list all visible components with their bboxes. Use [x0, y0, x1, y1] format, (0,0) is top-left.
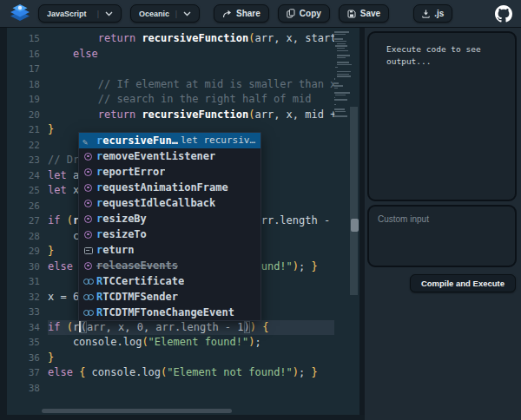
autocomplete-item-RTCDTMFToneChangeEvent[interactable]: RTCDTMFToneChangeEvent [79, 305, 260, 320]
line-number: 27 [7, 213, 40, 229]
minimap-line-mark [334, 82, 339, 84]
code-token: else [48, 366, 73, 378]
code-token: "Element found!" [148, 336, 249, 348]
autocomplete-item-return[interactable]: return [79, 242, 260, 258]
line-number: 38 [7, 381, 40, 397]
ide-window: JavaScript (Node.js 12.14… | Oceanic Nex… [0, 0, 521, 420]
app-logo-icon[interactable] [9, 3, 31, 24]
code-line-34[interactable]: 34if (r(arr, x, 0, arr.length - 1)) { [7, 320, 334, 336]
vertical-scrollbar[interactable] [350, 107, 358, 295]
minimap-line-mark [337, 43, 346, 45]
code-line-16[interactable]: 16 else [7, 47, 334, 62]
code-token: { [262, 321, 268, 333]
autocomplete-item-removeEventListener[interactable]: removeEventListener [79, 148, 260, 164]
code-token: ) [244, 321, 250, 333]
theme-select[interactable]: Oceanic Next | [130, 4, 200, 23]
autocomplete-dropdown: recursiveFun…let recursiv…removeEventLis… [78, 132, 261, 321]
code-token: ; [299, 260, 311, 272]
code-token: } [48, 123, 54, 135]
method-icon [82, 167, 94, 178]
minimap-line-mark [337, 64, 353, 66]
minimap-line-mark [337, 55, 350, 56]
autocomplete-item-resizeTo[interactable]: resizeTo [79, 226, 260, 242]
code-line-36[interactable]: 36} [7, 351, 334, 366]
method-icon [82, 229, 94, 240]
code-token [48, 93, 98, 105]
code-token [60, 321, 66, 333]
line-number: 33 [7, 305, 40, 320]
share-button[interactable]: Share [214, 4, 269, 23]
code-line-19[interactable]: 19 // search in the right half of mid [7, 92, 334, 108]
divider: | [97, 10, 99, 18]
line-number: 17 [7, 62, 40, 77]
panel-resize-handle[interactable] [351, 219, 359, 232]
language-select[interactable]: JavaScript (Node.js 12.14… | [38, 4, 122, 23]
minimap-line-mark [334, 99, 347, 101]
code-token: ( [67, 214, 73, 226]
autocomplete-item-recursiveFun[interactable]: recursiveFun…let recursiv… [79, 133, 260, 148]
autocomplete-item-releaseEvents[interactable]: releaseEvents [79, 258, 260, 273]
line-number: 29 [7, 244, 40, 259]
github-icon[interactable] [495, 5, 512, 23]
autocomplete-item-resizeBy[interactable]: resizeBy [79, 211, 260, 226]
code-token: let [48, 184, 67, 196]
minimap-line-mark [334, 38, 343, 40]
code-token: arr, x, mid + [254, 108, 334, 121]
autocomplete-item-requestAnimationFrame[interactable]: requestAnimationFrame [79, 180, 260, 195]
suggestion-label: removeEventListener [96, 148, 215, 164]
copy-button-label: Copy [300, 9, 321, 18]
theme-select-value: Oceanic Next [139, 10, 171, 18]
file-tab-js[interactable]: .js [413, 4, 452, 23]
line-number: 26 [7, 199, 40, 214]
code-line-17[interactable]: 17 [7, 62, 334, 77]
code-token: if [48, 321, 60, 333]
save-button[interactable]: Save [339, 4, 389, 23]
compile-and-execute-button[interactable]: Compile and Execute [410, 274, 516, 292]
save-icon [347, 10, 356, 18]
custom-input-field[interactable] [367, 205, 517, 267]
code-token: } [48, 245, 54, 257]
class-icon [82, 307, 94, 318]
code-token [48, 108, 98, 121]
code-token: arr, x, start, mid - [254, 32, 334, 44]
minimap[interactable] [334, 31, 352, 411]
code-line-37[interactable]: 37else { console.log("Element not found!… [7, 365, 334, 381]
autocomplete-item-reportError[interactable]: reportError [79, 164, 260, 180]
suggestion-label: return [96, 242, 134, 258]
code-token [48, 32, 98, 44]
code-token: ( [81, 321, 87, 333]
code-line-20[interactable]: 20 return recursiveFunction(arr, x, mid … [7, 108, 334, 123]
code-line-35[interactable]: 35 console.log("Element found!"); [7, 335, 334, 351]
code-token: ) [293, 260, 299, 272]
code-line-15[interactable]: 15 return recursiveFunction(arr, x, star… [7, 31, 334, 47]
method-icon [82, 213, 94, 225]
code-token [48, 78, 98, 90]
minimap-line-mark [335, 111, 346, 113]
code-line-38[interactable]: 38 [7, 381, 334, 397]
copy-button[interactable]: Copy [278, 4, 330, 23]
autocomplete-item-RTCCertificate[interactable]: RTCCertificate [79, 273, 260, 289]
code-token: if [48, 214, 60, 226]
code-token: // search in the right half of mid [98, 93, 312, 105]
code-token: else [48, 260, 73, 272]
autocomplete-item-requestIdleCallback[interactable]: requestIdleCallback [79, 195, 260, 211]
line-number: 28 [7, 229, 40, 245]
code-line-18[interactable]: 18 // If element at mid is smaller than … [7, 77, 334, 93]
minimap-line-mark [337, 50, 348, 52]
minimap-line-mark [335, 67, 338, 69]
minimap-line-mark [334, 34, 346, 36]
line-number: 16 [7, 47, 40, 62]
code-token: console.log [48, 336, 142, 348]
minimap-line-mark [334, 31, 349, 33]
code-token: 1 [237, 321, 243, 333]
code-token: ( [142, 336, 148, 348]
line-number: 32 [7, 290, 40, 305]
toolbar: JavaScript (Node.js 12.14… | Oceanic Nex… [0, 0, 521, 28]
share-icon [222, 10, 232, 18]
autocomplete-item-RTCDTMFSender[interactable]: RTCDTMFSender [79, 289, 260, 305]
horizontal-scrollbar[interactable] [42, 409, 232, 413]
copy-icon [287, 9, 295, 18]
code-editor[interactable]: 15 return recursiveFunction(arr, x, star… [7, 28, 359, 415]
line-number: 31 [7, 274, 40, 290]
code-token: ; [299, 366, 311, 378]
